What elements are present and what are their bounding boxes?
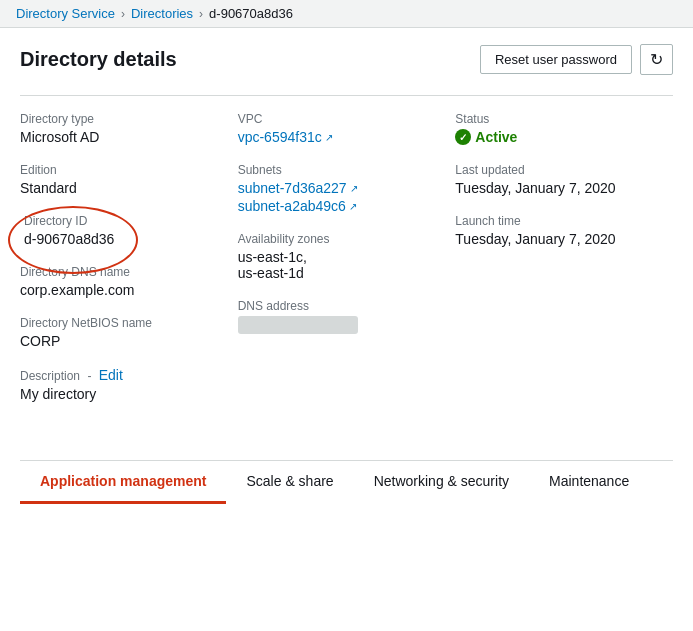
breadcrumb-sep-1: › <box>121 7 125 21</box>
status-check-icon: ✓ <box>455 129 471 145</box>
directory-id-value: d-90670a8d36 <box>24 231 222 247</box>
subnets-label: Subnets <box>238 163 440 177</box>
edition-group: Edition Standard <box>20 163 222 196</box>
edition-label: Edition <box>20 163 222 177</box>
tab-networking-security[interactable]: Networking & security <box>354 461 529 504</box>
tab-maintenance[interactable]: Maintenance <box>529 461 649 504</box>
availability-zones-group: Availability zones us-east-1c, us-east-1… <box>238 232 440 281</box>
last-updated-label: Last updated <box>455 163 657 177</box>
external-link-icon-1: ↗ <box>350 183 358 194</box>
vpc-label: VPC <box>238 112 440 126</box>
external-link-icon: ↗ <box>325 132 333 143</box>
last-updated-value: Tuesday, January 7, 2020 <box>455 180 657 196</box>
directory-id-group: Directory ID d-90670a8d36 <box>20 214 222 247</box>
page-title: Directory details <box>20 48 177 71</box>
directory-netbios-value: CORP <box>20 333 222 349</box>
availability-zones-value: us-east-1c, us-east-1d <box>238 249 440 281</box>
directory-netbios-group: Directory NetBIOS name CORP <box>20 316 222 349</box>
directory-id-label: Directory ID <box>24 214 222 228</box>
details-col-3: Status ✓ Active Last updated Tuesday, Ja… <box>455 112 673 436</box>
refresh-button[interactable]: ↻ <box>640 44 673 75</box>
tab-scale-share[interactable]: Scale & share <box>226 461 353 504</box>
description-value: My directory <box>20 386 222 402</box>
directory-dns-label: Directory DNS name <box>20 265 222 279</box>
launch-time-label: Launch time <box>455 214 657 228</box>
availability-zones-label: Availability zones <box>238 232 440 246</box>
description-edit-link[interactable]: Edit <box>99 367 123 383</box>
details-col-2: VPC vpc-6594f31c ↗ Subnets subnet-7d36a2… <box>238 112 456 436</box>
breadcrumb-directories[interactable]: Directories <box>131 6 193 21</box>
status-value: ✓ Active <box>455 129 657 145</box>
subnet1-value: subnet-7d36a227 ↗ <box>238 180 440 196</box>
details-grid: Directory type Microsoft AD Edition Stan… <box>20 95 673 436</box>
dns-address-group: DNS address <box>238 299 440 337</box>
tab-application-management[interactable]: Application management <box>20 461 226 504</box>
main-content: Directory details Reset user password ↻ … <box>0 28 693 452</box>
launch-time-group: Launch time Tuesday, January 7, 2020 <box>455 214 657 247</box>
reset-user-password-button[interactable]: Reset user password <box>480 45 632 74</box>
directory-netbios-label: Directory NetBIOS name <box>20 316 222 330</box>
dns-address-label: DNS address <box>238 299 440 313</box>
header-row: Directory details Reset user password ↻ <box>20 44 673 75</box>
subnet2-value: subnet-a2ab49c6 ↗ <box>238 198 440 214</box>
vpc-link[interactable]: vpc-6594f31c ↗ <box>238 129 333 145</box>
last-updated-group: Last updated Tuesday, January 7, 2020 <box>455 163 657 196</box>
edition-value: Standard <box>20 180 222 196</box>
subnet2-link[interactable]: subnet-a2ab49c6 ↗ <box>238 198 357 214</box>
status-group: Status ✓ Active <box>455 112 657 145</box>
details-col-1: Directory type Microsoft AD Edition Stan… <box>20 112 238 436</box>
description-group: Description - Edit My directory <box>20 367 222 402</box>
description-label: Description - Edit <box>20 367 222 383</box>
breadcrumb: Directory Service › Directories › d-9067… <box>0 0 693 28</box>
dns-address-blurred <box>238 316 358 334</box>
directory-type-value: Microsoft AD <box>20 129 222 145</box>
tabs-bar: Application management Scale & share Net… <box>20 460 673 504</box>
header-actions: Reset user password ↻ <box>480 44 673 75</box>
tabs-section: Application management Scale & share Net… <box>0 460 693 504</box>
vpc-value: vpc-6594f31c ↗ <box>238 129 440 145</box>
status-label: Status <box>455 112 657 126</box>
breadcrumb-directory-service[interactable]: Directory Service <box>16 6 115 21</box>
directory-type-group: Directory type Microsoft AD <box>20 112 222 145</box>
breadcrumb-sep-2: › <box>199 7 203 21</box>
directory-dns-value: corp.example.com <box>20 282 222 298</box>
breadcrumb-directory-id: d-90670a8d36 <box>209 6 293 21</box>
refresh-icon: ↻ <box>650 50 663 69</box>
directory-dns-group: Directory DNS name corp.example.com <box>20 265 222 298</box>
external-link-icon-2: ↗ <box>349 201 357 212</box>
directory-type-label: Directory type <box>20 112 222 126</box>
subnets-group: Subnets subnet-7d36a227 ↗ subnet-a2ab49c… <box>238 163 440 214</box>
vpc-group: VPC vpc-6594f31c ↗ <box>238 112 440 145</box>
dns-address-value <box>238 316 440 337</box>
launch-time-value: Tuesday, January 7, 2020 <box>455 231 657 247</box>
subnet1-link[interactable]: subnet-7d36a227 ↗ <box>238 180 358 196</box>
